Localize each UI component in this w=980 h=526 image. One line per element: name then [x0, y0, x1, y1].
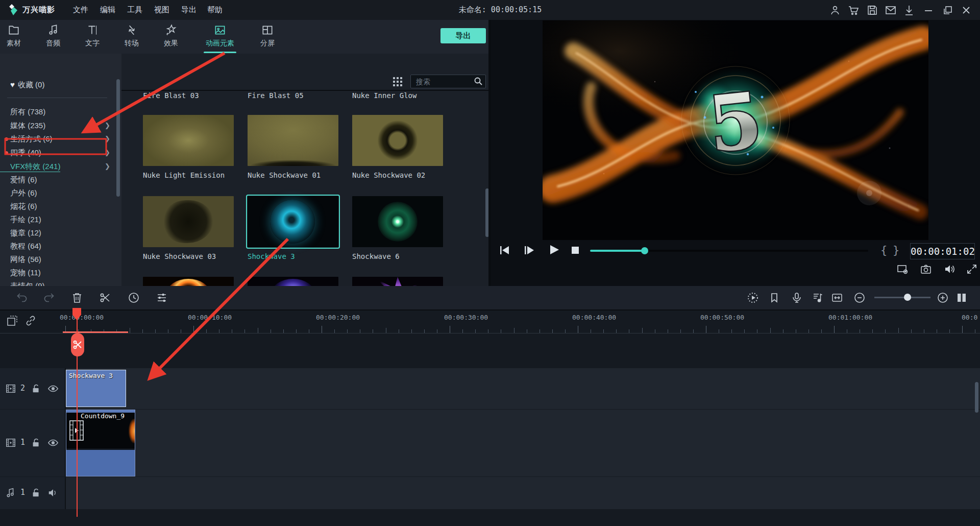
- lock-track-icon[interactable]: [31, 437, 42, 448]
- split-scissors-icon[interactable]: [99, 292, 111, 304]
- divider: [7, 98, 107, 98]
- effect-thumb-shockwave-3-selected[interactable]: [248, 196, 338, 247]
- folder-icon: [7, 23, 20, 37]
- mark-in-button[interactable]: {: [880, 244, 887, 256]
- render-preview-icon[interactable]: [747, 292, 759, 304]
- sidebar-item-web[interactable]: 网络 (56): [0, 253, 121, 266]
- tab-media[interactable]: 素材: [0, 22, 33, 53]
- sidebar-item-tutorial[interactable]: 教程 (64): [0, 240, 121, 253]
- save-icon[interactable]: [866, 4, 878, 16]
- preview-volume-icon[interactable]: [943, 263, 955, 275]
- menu-file[interactable]: 文件: [73, 5, 88, 15]
- tab-text[interactable]: 文字: [73, 22, 112, 53]
- menu-help[interactable]: 帮助: [207, 5, 223, 15]
- sidebar-item-media[interactable]: 媒体 (235)❯: [0, 119, 121, 132]
- voiceover-mic-icon[interactable]: [791, 292, 803, 304]
- sidebar-item-all[interactable]: 所有 (738): [0, 105, 121, 118]
- menu-view[interactable]: 视图: [154, 5, 169, 15]
- timeline-zoom-slider[interactable]: [874, 297, 930, 298]
- seek-handle[interactable]: [641, 247, 648, 254]
- sidebar-item-lifestyle[interactable]: 生活方式 (6)❯: [0, 132, 121, 146]
- video-track-1-header: 1: [0, 410, 66, 476]
- timeline-panel: 00:00:00:00 00:00:10:00 00:00:20:00 00:0…: [0, 286, 980, 526]
- sidebar-scrollbar[interactable]: [116, 79, 120, 197]
- account-icon[interactable]: [829, 4, 841, 16]
- effect-thumb-nuke-light-emission[interactable]: [143, 115, 234, 166]
- app-name: 万兴喵影: [22, 5, 55, 15]
- timeline-zoom-handle[interactable]: [904, 294, 911, 301]
- effect-thumb-nuke-shockwave-01[interactable]: [248, 115, 338, 166]
- audio-track-1-lane[interactable]: 1: [0, 477, 980, 509]
- sidebar-item-handdrawn[interactable]: 手绘 (21): [0, 213, 121, 226]
- search-icon[interactable]: [474, 77, 483, 86]
- zoom-in-icon[interactable]: [937, 292, 949, 304]
- speed-clock-icon[interactable]: [128, 292, 140, 304]
- minimize-button[interactable]: [922, 4, 935, 16]
- toggle-track-visibility-icon[interactable]: [47, 383, 59, 394]
- seek-bar[interactable]: [590, 250, 868, 252]
- next-frame-button[interactable]: [523, 244, 536, 257]
- transition-icon: [125, 23, 138, 37]
- sidebar-item-vfx[interactable]: VFX特效 (241)❯: [0, 160, 121, 173]
- dual-pane-icon[interactable]: [955, 292, 968, 304]
- tab-transitions[interactable]: 转场: [112, 22, 151, 53]
- download-icon[interactable]: [903, 4, 915, 16]
- timeline-ruler[interactable]: 00:00:00:00 00:00:10:00 00:00:20:00 00:0…: [0, 310, 980, 333]
- zoom-out-icon[interactable]: [853, 292, 866, 304]
- timeline-vertical-scroll-thumb[interactable]: [975, 382, 978, 413]
- close-button[interactable]: [960, 4, 972, 16]
- menu-tools[interactable]: 工具: [127, 5, 142, 15]
- play-button[interactable]: [547, 243, 560, 256]
- adjust-sliders-icon[interactable]: [156, 292, 168, 304]
- chevron-right-icon: ❯: [105, 146, 110, 159]
- tab-splitscreen[interactable]: 分屏: [248, 22, 287, 53]
- snapshot-camera-icon[interactable]: [920, 263, 932, 275]
- maximize-button[interactable]: [942, 4, 954, 16]
- grid-view-icon[interactable]: [392, 76, 403, 87]
- lock-track-icon[interactable]: [31, 487, 42, 498]
- fit-timeline-icon[interactable]: [831, 292, 843, 304]
- effect-thumb-shockwave-6[interactable]: [352, 196, 443, 247]
- tab-effects[interactable]: 效果: [152, 22, 190, 53]
- search-input[interactable]: [415, 76, 473, 87]
- mute-track-icon[interactable]: [47, 487, 59, 498]
- toggle-track-visibility-icon[interactable]: [47, 437, 59, 448]
- sidebar-item-outdoor[interactable]: 户外 (6): [0, 186, 121, 200]
- mark-out-button[interactable]: }: [893, 244, 899, 256]
- tab-elements[interactable]: 动画元素: [201, 22, 239, 53]
- stop-button[interactable]: [569, 244, 582, 257]
- sidebar-item-seasons[interactable]: 四季 (40)❯: [0, 146, 121, 159]
- sidebar-item-badges[interactable]: 徽章 (12): [0, 226, 121, 240]
- playback-quality-icon[interactable]: [896, 263, 909, 275]
- clip-thumbnail-flame: [129, 419, 135, 443]
- delete-icon[interactable]: [71, 292, 83, 304]
- redo-icon[interactable]: [43, 292, 55, 304]
- audio-mixer-icon[interactable]: [812, 292, 824, 304]
- marker-icon[interactable]: [768, 292, 780, 304]
- picture-icon: [213, 23, 227, 37]
- sidebar-item-pets[interactable]: 宠物 (11): [0, 266, 121, 279]
- video-track-2-lane[interactable]: 2 Shockwave 3: [0, 368, 980, 409]
- music-note-icon: [46, 23, 60, 37]
- sidebar-item-fireworks[interactable]: 烟花 (6): [0, 200, 121, 213]
- previous-frame-button[interactable]: [498, 244, 511, 257]
- fullscreen-icon[interactable]: [966, 263, 978, 275]
- export-button[interactable]: 导出: [440, 28, 486, 43]
- effect-thumb-nuke-shockwave-02[interactable]: [352, 115, 443, 166]
- menu-edit[interactable]: 编辑: [100, 5, 115, 15]
- timeline-clip-shockwave-3[interactable]: Shockwave 3: [66, 370, 126, 407]
- sidebar-item-favorites[interactable]: ♥收藏 (0): [0, 78, 121, 91]
- sidebar-item-love[interactable]: 爱情 (6): [0, 173, 121, 186]
- item-label: Nuke Inner Glow: [352, 91, 454, 100]
- lock-track-icon[interactable]: [31, 383, 42, 394]
- undo-icon[interactable]: [16, 292, 28, 304]
- tab-audio[interactable]: 音频: [34, 22, 72, 53]
- mail-icon[interactable]: [885, 4, 897, 16]
- menu-export[interactable]: 导出: [181, 5, 197, 15]
- store-cart-icon[interactable]: [847, 4, 860, 16]
- effect-thumb-nuke-shockwave-03[interactable]: [143, 196, 234, 247]
- item-label: Shockwave 6: [352, 252, 454, 260]
- quick-cut-scissors-button[interactable]: [71, 333, 84, 356]
- item-label: Fire Blast 05: [248, 91, 350, 100]
- video-track-1-lane[interactable]: 1: [0, 410, 980, 476]
